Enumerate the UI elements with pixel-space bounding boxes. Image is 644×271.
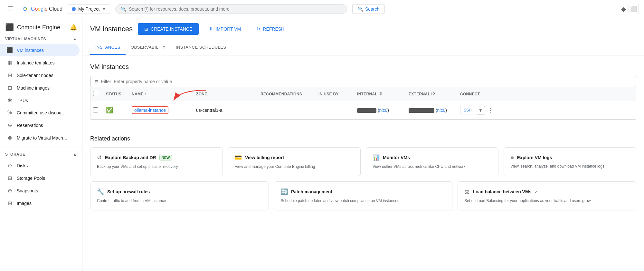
action-card-title: Monitor VMs: [383, 155, 410, 160]
table-header: Status Name ↑ Zone Recommendations In us…: [90, 87, 636, 101]
sidebar-item-images[interactable]: ⊞ Images: [0, 197, 80, 209]
external-nic-link[interactable]: nic0: [437, 108, 446, 113]
row-in-use-by: [316, 106, 355, 114]
tpus-icon: ✱: [6, 97, 13, 103]
action-card-patch[interactable]: 🔄 Patch management Schedule patch update…: [274, 181, 453, 210]
sidebar-item-label: VM instances: [17, 48, 44, 53]
create-instance-button[interactable]: ⊞ CREATE INSTANCE: [138, 23, 199, 35]
sidebar-item-label: Storage Pools: [17, 176, 45, 181]
instance-checkbox[interactable]: [93, 107, 98, 112]
sidebar-item-vm-instances[interactable]: ⬛ VM instances: [0, 44, 80, 56]
terminal-icon[interactable]: ⬜: [629, 4, 639, 14]
instance-name-link[interactable]: ollama-instance: [132, 106, 168, 114]
action-card-title: View billing report: [245, 155, 284, 160]
select-all-checkbox[interactable]: [93, 91, 98, 96]
search-button[interactable]: 🔍 Search: [352, 4, 385, 14]
action-card-desc: View and manage your Compute Engine bill…: [235, 164, 354, 169]
ssh-dropdown-button[interactable]: ▼: [477, 106, 485, 115]
migrate-icon: ⊗: [6, 135, 13, 141]
logs-icon: ≡: [510, 154, 514, 161]
sidebar-item-label: Committed use discou…: [17, 110, 66, 115]
filter-table-wrapper: ⊟ Filter Status Name ↑ Zone Recommendati: [90, 76, 636, 120]
col-checkbox: [90, 87, 103, 101]
filter-bar: ⊟ Filter: [90, 76, 636, 87]
action-card-firewall[interactable]: 🔧 Set up firewall rules Control traffic …: [90, 181, 269, 210]
col-name[interactable]: Name ↑: [129, 88, 194, 100]
action-card-view-billing[interactable]: 💳 View billing report View and manage yo…: [228, 147, 361, 176]
action-card-header: 🔧 Set up firewall rules: [97, 188, 262, 195]
tab-instances[interactable]: INSTANCES: [90, 40, 126, 55]
row-internal-ip: (nic0): [355, 104, 406, 117]
machine-images-icon: ⊟: [6, 85, 13, 91]
action-card-desc: View outlier VMs across metrics like CPU…: [373, 164, 492, 169]
images-icon: ⊞: [6, 200, 13, 206]
action-card-title: Patch management: [291, 189, 332, 194]
sidebar-item-storage-pools[interactable]: ⊟ Storage Pools: [0, 172, 80, 184]
project-selector[interactable]: My Project ▼: [68, 4, 110, 14]
col-internal-ip: Internal IP: [355, 88, 406, 100]
new-badge: NEW: [159, 155, 172, 160]
row-name: ollama-instance: [129, 102, 194, 118]
sidebar-item-label: Machine images: [17, 85, 50, 91]
refresh-button[interactable]: ↻ REFRESH: [251, 23, 289, 35]
filter-input[interactable]: [114, 79, 632, 84]
action-card-header: ↺ Explore Backup and DR NEW: [97, 154, 216, 161]
col-external-ip: External IP: [406, 88, 458, 100]
disks-icon: ⊙: [6, 162, 13, 169]
action-card-explore-backup[interactable]: ↺ Explore Backup and DR NEW Back up your…: [90, 147, 223, 176]
search-input[interactable]: [129, 6, 342, 12]
col-status: Status: [103, 88, 129, 100]
gemini-icon[interactable]: ◆: [621, 5, 626, 13]
create-instance-label: CREATE INSTANCE: [151, 26, 192, 32]
action-card-explore-vm-logs[interactable]: ≡ Explore VM logs View, search, analyze,…: [504, 147, 636, 176]
more-options-icon[interactable]: ⋮: [486, 105, 495, 115]
col-zone: Zone: [194, 88, 258, 100]
sidebar-section-vm[interactable]: Virtual machines ▲: [0, 34, 82, 44]
chevron-down-icon: ▼: [102, 7, 106, 11]
search-bar: 🔍: [115, 4, 347, 14]
sidebar-item-disks[interactable]: ⊙ Disks: [0, 159, 80, 172]
sidebar-item-sole-tenant[interactable]: ⊞ Sole-tenant nodes: [0, 69, 80, 82]
row-checkbox: [90, 103, 103, 117]
action-card-title: Set up firewall rules: [107, 189, 150, 194]
collapse-icon: ▲: [73, 37, 77, 41]
related-actions-title: Related actions: [90, 135, 636, 142]
tab-observability[interactable]: OBSERVABILITY: [126, 40, 171, 55]
import-vm-button[interactable]: ⬇ IMPORT VM: [204, 23, 246, 35]
backup-dr-icon: ↺: [97, 154, 102, 161]
sidebar-item-snapshots[interactable]: ⊛ Snapshots: [0, 184, 80, 197]
action-card-load-balance[interactable]: ⚖ Load balance between VMs ↗ Set up Load…: [458, 181, 636, 210]
sidebar-item-instance-templates[interactable]: ▦ Instance templates: [0, 56, 80, 69]
col-recommendations: Recommendations: [258, 88, 316, 100]
notification-bell-icon[interactable]: 🔔: [70, 24, 77, 31]
vm-section-label: Virtual machines: [5, 37, 46, 41]
sidebar-item-machine-images[interactable]: ⊟ Machine images: [0, 82, 80, 94]
sidebar-item-committed-use[interactable]: % Committed use discou…: [0, 107, 80, 119]
snapshots-icon: ⊛: [6, 188, 13, 194]
sidebar-item-label: Instance templates: [17, 60, 55, 65]
action-card-title: Explore VM logs: [517, 155, 552, 160]
project-dot-icon: [72, 7, 76, 11]
action-card-desc: Back up your VMs and set up disaster rec…: [97, 164, 216, 169]
action-card-desc: Control traffic to and from a VM instanc…: [97, 198, 262, 204]
sidebar-item-label: Sole-tenant nodes: [17, 73, 53, 78]
action-card-title: Load balance between VMs: [473, 189, 531, 194]
row-connect: SSH ▼ ⋮: [458, 101, 496, 119]
load-balance-icon: ⚖: [464, 188, 469, 195]
hamburger-icon[interactable]: ☰: [5, 3, 16, 15]
google-cloud-text: Google Cloud: [31, 6, 62, 12]
tab-instance-schedules[interactable]: INSTANCE SCHEDULES: [171, 40, 232, 55]
action-card-monitor-vms[interactable]: 📊 Monitor VMs View outlier VMs across me…: [366, 147, 498, 176]
sidebar-item-reservations[interactable]: ⊕ Reservations: [0, 119, 80, 131]
collapse-storage-icon: ▲: [73, 152, 77, 157]
internal-nic-link[interactable]: nic0: [379, 108, 388, 113]
sidebar-item-label: TPUs: [17, 98, 28, 103]
sidebar-item-tpus[interactable]: ✱ TPUs: [0, 94, 80, 107]
committed-use-icon: %: [6, 110, 13, 116]
search-icon: 🔍: [121, 6, 126, 12]
filter-label: Filter: [101, 79, 111, 84]
sidebar-item-migrate-vms[interactable]: ⊗ Migrate to Virtual Mach…: [0, 131, 80, 144]
sidebar-item-label: Disks: [17, 163, 28, 168]
sidebar-section-storage[interactable]: Storage ▲: [0, 150, 82, 159]
ssh-button[interactable]: SSH: [460, 106, 475, 114]
